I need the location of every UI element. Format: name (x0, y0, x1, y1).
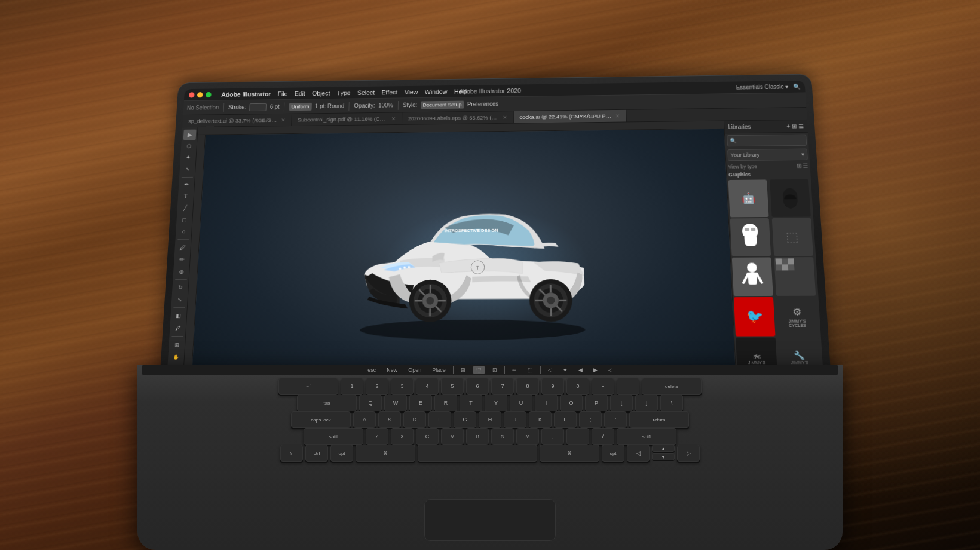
menu-item-effect[interactable]: Effect (381, 88, 397, 95)
key-e[interactable]: E (409, 395, 432, 411)
key-ctrl[interactable]: ctrl (305, 445, 328, 462)
tb-place[interactable]: Place (428, 366, 449, 374)
direct-selection-tool[interactable]: ⬡ (182, 141, 195, 152)
menu-item-view[interactable]: View (405, 88, 418, 95)
key-bracket-r[interactable]: ] (635, 395, 658, 411)
key-z[interactable]: Z (366, 428, 388, 445)
menu-item-select[interactable]: Select (357, 89, 375, 96)
library-item-6[interactable] (774, 257, 816, 296)
artboard-tool[interactable]: ⊞ (170, 339, 184, 350)
tb-return[interactable]: ↩ (509, 366, 520, 374)
menu-item-type[interactable]: Type (337, 89, 351, 96)
tab-3[interactable]: 20200609-Labels.eps @ 55.62% (CMYK/GPU P… (402, 111, 514, 124)
panel-list-icon[interactable]: ☰ (798, 123, 804, 130)
key-8[interactable]: 8 (516, 378, 539, 395)
key-option-r[interactable]: opt (602, 445, 624, 462)
key-r[interactable]: R (434, 395, 457, 411)
tab-1[interactable]: sp_delivertext.ai @ 33.7% (RGB/GPU Previ… (182, 114, 292, 127)
key-9[interactable]: 9 (541, 378, 564, 395)
key-slash[interactable]: / (592, 428, 614, 445)
key-fn[interactable]: fn (280, 445, 303, 462)
rotate-tool[interactable]: ↻ (173, 282, 187, 293)
tb-esc[interactable]: esc (364, 366, 379, 374)
close-button[interactable] (189, 92, 195, 97)
key-cmd-r[interactable]: ⌘ (540, 445, 599, 462)
library-item-3[interactable] (730, 218, 771, 256)
key-backslash[interactable]: \ (660, 395, 683, 411)
key-a[interactable]: A (353, 411, 376, 428)
key-cmd-l[interactable]: ⌘ (356, 445, 415, 462)
rect-tool[interactable]: □ (177, 215, 191, 225)
tb-vol[interactable]: ◁ (605, 366, 616, 374)
paintbrush-tool[interactable]: 🖊 (176, 242, 189, 253)
menu-item-file[interactable]: File (278, 90, 288, 97)
key-capslock[interactable]: caps lock (291, 411, 351, 428)
key-equals[interactable]: = (617, 378, 639, 395)
tb-grid2[interactable]: ⬚ (473, 366, 485, 374)
style-value[interactable]: Document Setup (421, 100, 464, 109)
blob-brush-tool[interactable]: ◍ (174, 266, 188, 277)
library-item-7[interactable]: 🐦 (734, 297, 776, 337)
key-j[interactable]: J (504, 411, 526, 428)
key-w[interactable]: W (384, 395, 407, 411)
key-i[interactable]: I (535, 395, 558, 411)
key-semicolon[interactable]: ; (579, 411, 602, 428)
key-period[interactable]: . (566, 428, 589, 445)
key-0[interactable]: 0 (566, 378, 589, 395)
view-by-type-label[interactable]: View by type (728, 163, 757, 169)
library-item-8[interactable]: ⚙ JIMMY'SCYCLES (776, 297, 818, 337)
key-6[interactable]: 6 (466, 378, 489, 395)
key-k[interactable]: K (529, 411, 552, 428)
key-c[interactable]: C (416, 428, 439, 445)
key-shift-r[interactable]: shift (617, 428, 676, 445)
library-item-1[interactable]: 🤖 (728, 179, 769, 217)
selection-tool[interactable]: ▶ (183, 130, 196, 140)
gradient-tool[interactable]: ◧ (172, 310, 185, 322)
menu-item-window[interactable]: Window (425, 88, 448, 95)
eyedropper-tool[interactable]: 🖍 (171, 323, 185, 334)
libraries-search[interactable]: 🔍 (727, 135, 807, 147)
library-item-5[interactable] (732, 257, 773, 296)
fullscreen-button[interactable] (206, 91, 212, 97)
tb-grid4[interactable]: ⬚ (524, 366, 537, 374)
menu-item-object[interactable]: Object (312, 90, 330, 96)
search-icon[interactable]: 🔍 (793, 84, 801, 90)
add-icon[interactable]: + (786, 123, 790, 130)
key-1[interactable]: 1 (341, 378, 363, 395)
key-4[interactable]: 4 (416, 378, 439, 395)
key-tab[interactable]: tab (297, 395, 357, 411)
ellipse-tool[interactable]: ○ (177, 226, 190, 237)
key-n[interactable]: N (491, 428, 514, 445)
key-minus[interactable]: - (592, 378, 614, 395)
uniform-btn[interactable]: Uniform (289, 102, 312, 110)
key-d[interactable]: D (403, 411, 426, 428)
tb-back[interactable]: ◁ (544, 366, 556, 374)
trackpad[interactable] (424, 499, 556, 541)
key-7[interactable]: 7 (491, 378, 514, 395)
key-s[interactable]: S (378, 411, 401, 428)
key-comma[interactable]: , (541, 428, 564, 445)
main-canvas[interactable]: INTROSPECTIVE DESIGN (191, 129, 737, 397)
key-o[interactable]: O (560, 395, 583, 411)
tb-grid1[interactable]: ⊞ (457, 366, 469, 374)
key-space[interactable] (418, 445, 537, 462)
key-g[interactable]: G (454, 411, 476, 428)
key-option-l[interactable]: opt (330, 445, 353, 462)
key-l[interactable]: L (554, 411, 577, 428)
scale-tool[interactable]: ⤡ (173, 294, 186, 305)
key-p[interactable]: P (585, 395, 608, 411)
key-2[interactable]: 2 (366, 378, 388, 395)
pencil-tool[interactable]: ✏ (175, 254, 188, 265)
key-5[interactable]: 5 (441, 378, 464, 395)
key-bracket-l[interactable]: [ (610, 395, 633, 411)
key-m[interactable]: M (516, 428, 539, 445)
key-quote[interactable]: ' (604, 411, 627, 428)
library-item-4[interactable]: ⬚ (771, 218, 813, 256)
line-tool[interactable]: ╱ (179, 203, 192, 213)
key-tilde[interactable]: ~` (278, 378, 338, 395)
key-3[interactable]: 3 (391, 378, 414, 395)
key-t[interactable]: T (460, 395, 482, 411)
preferences-label[interactable]: Preferences (467, 101, 498, 108)
key-v[interactable]: V (441, 428, 464, 445)
tb-new[interactable]: New (383, 366, 401, 374)
